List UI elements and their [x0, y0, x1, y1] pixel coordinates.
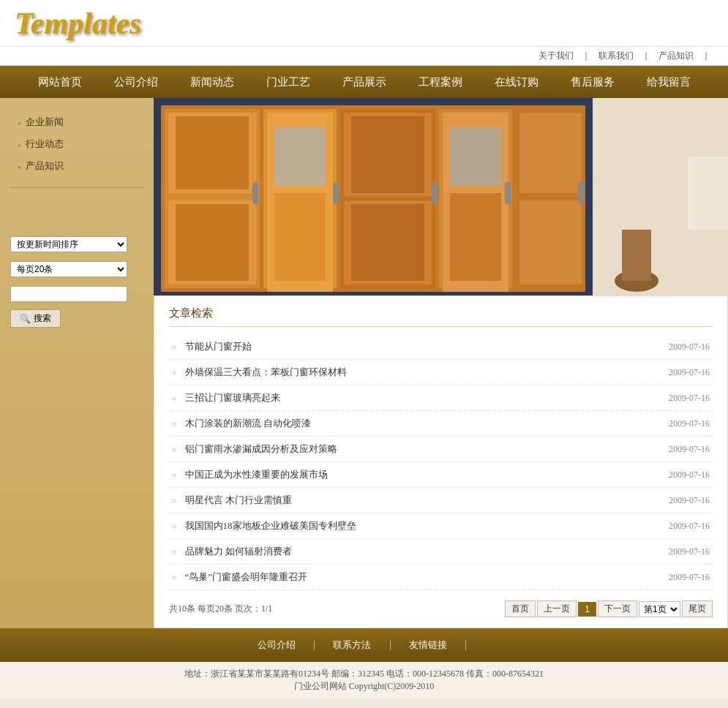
- article-item: ○ 木门涂装的新潮流 自动化喷漆 2009-07-16: [169, 411, 713, 437]
- article-title[interactable]: 铝门窗雨水渗漏成因分析及应对策略: [185, 443, 337, 454]
- svg-rect-18: [450, 127, 501, 186]
- svg-rect-23: [252, 182, 258, 204]
- article-dot: ○: [172, 497, 176, 505]
- svg-rect-22: [519, 200, 582, 285]
- svg-rect-6: [176, 204, 249, 281]
- article-dot: ○: [172, 394, 176, 402]
- first-page-button[interactable]: 首页: [505, 600, 536, 617]
- banner: [154, 98, 728, 295]
- svg-rect-19: [450, 193, 501, 281]
- main-nav: 网站首页 公司介绍 新闻动态 门业工艺 产品展示 工程案例 在线订购 售后服务 …: [0, 66, 728, 98]
- article-item: ○ 品牌魅力 如何辐射消费者 2009-07-16: [169, 539, 713, 565]
- svg-rect-33: [688, 157, 728, 230]
- footer: 公司介绍 ｜ 联系方法 ｜ 友情链接 ｜: [0, 628, 728, 662]
- header: Templates: [0, 0, 728, 47]
- nav-home[interactable]: 网站首页: [22, 66, 98, 98]
- article-title[interactable]: 木门涂装的新潮流 自动化喷漆: [185, 418, 311, 429]
- svg-rect-27: [578, 182, 584, 204]
- svg-rect-26: [505, 182, 511, 204]
- sidebar-item-industry[interactable]: » 行业动态: [10, 133, 143, 155]
- top-nav-sep2: ｜: [642, 50, 653, 61]
- next-page-button[interactable]: 下一页: [598, 600, 637, 617]
- article-item: ○ 铝门窗雨水渗漏成因分析及应对策略 2009-07-16: [169, 437, 713, 462]
- article-item: ○ 明星代言 木门行业需慎重 2009-07-16: [169, 488, 713, 513]
- prev-page-button[interactable]: 上一页: [537, 600, 577, 617]
- article-title[interactable]: 节能从门窗开始: [185, 341, 252, 352]
- svg-rect-21: [519, 113, 582, 193]
- top-nav-about[interactable]: 关于我们: [539, 50, 574, 61]
- top-nav-sep3: ｜: [702, 50, 710, 61]
- footer-link-contact[interactable]: 联系方法: [333, 639, 371, 650]
- nav-craft[interactable]: 门业工艺: [250, 66, 326, 98]
- article-dot: ○: [172, 343, 176, 351]
- sort-select[interactable]: 按更新时间排序按标题排序按点击排序: [10, 236, 127, 252]
- nav-message[interactable]: 给我留言: [631, 66, 707, 98]
- search-button[interactable]: 🔍 搜索: [10, 309, 61, 328]
- article-item: ○ 我国国内18家地板企业难破美国专利壁垒 2009-07-16: [169, 513, 713, 539]
- page-summary: 共10条 每页20条 页次：1/1: [169, 603, 272, 615]
- article-date: 2009-07-16: [669, 470, 710, 481]
- page-buttons: 首页 上一页 1 下一页 第1页 尾页: [505, 600, 713, 617]
- svg-rect-14: [351, 116, 424, 193]
- bullet-icon: »: [18, 118, 21, 127]
- article-dot: ○: [172, 420, 176, 428]
- sidebar: » 企业新闻 » 行业动态 » 产品知识 按更新时间排序按标题排序按点击排序 每…: [0, 98, 154, 628]
- article-date: 2009-07-16: [669, 393, 710, 404]
- pagination: 共10条 每页20条 页次：1/1 首页 上一页 1 下一页 第1页 尾页: [169, 600, 713, 617]
- article-title[interactable]: 品牌魅力 如何辐射消费者: [185, 546, 292, 557]
- article-title[interactable]: 三招让门窗玻璃亮起来: [185, 392, 280, 403]
- article-date: 2009-07-16: [669, 521, 710, 532]
- article-dot: ○: [172, 445, 176, 453]
- svg-rect-10: [274, 193, 326, 281]
- search-input[interactable]: [10, 286, 127, 302]
- svg-rect-24: [333, 182, 339, 204]
- svg-rect-15: [351, 204, 424, 281]
- last-page-button[interactable]: 尾页: [682, 600, 713, 617]
- article-list: ○ 节能从门窗开始 2009-07-16 ○ 外墙保温三大看点：苯板门窗环保材料…: [169, 334, 713, 590]
- article-date: 2009-07-16: [669, 342, 710, 353]
- perpage-select[interactable]: 每页20条每页10条每页50条: [10, 261, 127, 277]
- nav-about[interactable]: 公司介绍: [98, 66, 174, 98]
- top-nav-knowledge[interactable]: 产品知识: [658, 50, 694, 61]
- bullet-icon: »: [18, 140, 21, 148]
- article-title[interactable]: “鸟巢”门窗盛会明年隆重召开: [185, 571, 308, 582]
- article-date: 2009-07-16: [669, 418, 710, 429]
- svg-rect-5: [176, 116, 249, 189]
- article-title[interactable]: 我国国内18家地板企业难破美国专利壁垒: [185, 520, 356, 531]
- footer-links: 公司介绍 ｜ 联系方法 ｜ 友情链接 ｜: [0, 634, 728, 656]
- article-section-title: 文章检索: [169, 306, 713, 327]
- article-dot: ○: [172, 369, 176, 377]
- top-nav: 关于我们 ｜ 联系我们 ｜ 产品知识 ｜: [0, 47, 728, 66]
- sidebar-menu: » 企业新闻 » 行业动态 » 产品知识: [0, 105, 154, 183]
- nav-news[interactable]: 新闻动态: [174, 66, 250, 98]
- article-title[interactable]: 外墙保温三大看点：苯板门窗环保材料: [185, 366, 347, 377]
- bullet-icon: »: [18, 162, 21, 170]
- article-item: ○ “鸟巢”门窗盛会明年隆重召开 2009-07-16: [169, 565, 713, 590]
- article-item: ○ 外墙保温三大看点：苯板门窗环保材料 2009-07-16: [169, 360, 713, 385]
- content-wrapper: » 企业新闻 » 行业动态 » 产品知识 按更新时间排序按标题排序按点击排序 每…: [0, 98, 728, 628]
- sidebar-item-product-knowledge[interactable]: » 产品知识: [10, 155, 143, 177]
- nav-service[interactable]: 售后服务: [555, 66, 631, 98]
- nav-products[interactable]: 产品展示: [326, 66, 402, 98]
- article-date: 2009-07-16: [669, 495, 710, 506]
- sidebar-item-company-news[interactable]: » 企业新闻: [10, 111, 143, 133]
- footer-address: 地址：浙江省某某市某某路有01234号 邮编：312345 电话：000-123…: [0, 668, 728, 680]
- top-nav-sep1: ｜: [582, 50, 593, 61]
- top-nav-contact[interactable]: 联系我们: [598, 50, 634, 61]
- article-dot: ○: [172, 522, 176, 530]
- current-page-button[interactable]: 1: [578, 602, 596, 617]
- svg-rect-35: [622, 230, 651, 281]
- page-select[interactable]: 第1页: [639, 601, 680, 617]
- footer-link-friends[interactable]: 友情链接: [409, 639, 447, 650]
- nav-cases[interactable]: 工程案例: [402, 66, 479, 98]
- article-title[interactable]: 明星代言 木门行业需慎重: [185, 494, 292, 505]
- sidebar-divider: [10, 187, 143, 188]
- footer-info: 地址：浙江省某某市某某路有01234号 邮编：312345 电话：000-123…: [0, 662, 728, 698]
- article-dot: ○: [172, 573, 176, 581]
- article-title[interactable]: 中国正成为水性漆重要的发展市场: [185, 469, 328, 480]
- article-dot: ○: [172, 471, 176, 479]
- logo[interactable]: Templates: [15, 6, 141, 41]
- footer-link-about[interactable]: 公司介绍: [258, 639, 296, 650]
- nav-order[interactable]: 在线订购: [479, 66, 555, 98]
- article-item: ○ 三招让门窗玻璃亮起来 2009-07-16: [169, 385, 713, 411]
